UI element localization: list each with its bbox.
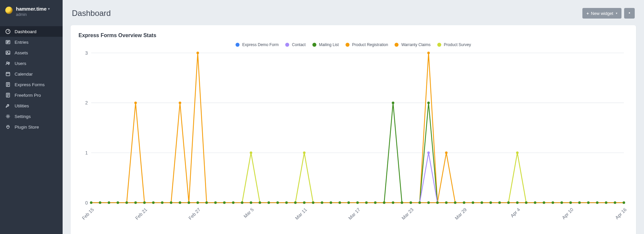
svg-point-17 xyxy=(90,202,92,204)
sidebar-item-entries[interactable]: Entries xyxy=(0,37,63,47)
chevron-down-icon: ▾ xyxy=(616,12,617,15)
svg-point-49 xyxy=(374,202,377,204)
svg-point-60 xyxy=(472,202,474,204)
svg-point-27 xyxy=(179,202,181,204)
svg-text:1: 1 xyxy=(85,150,88,155)
page-title: Dashboard xyxy=(72,9,111,18)
svg-point-69 xyxy=(552,202,554,204)
svg-point-52 xyxy=(401,202,403,204)
svg-point-54 xyxy=(418,202,421,204)
sidebar-item-label: Assets xyxy=(15,50,28,55)
svg-point-44 xyxy=(330,202,332,204)
sidebar-item-users[interactable]: Users xyxy=(0,58,63,69)
svg-point-80 xyxy=(427,101,430,104)
legend-item[interactable]: Mailing List xyxy=(312,42,339,47)
svg-point-18 xyxy=(99,202,101,204)
legend-item[interactable]: Product Registration xyxy=(346,42,388,47)
form-icon xyxy=(5,92,11,98)
svg-point-21 xyxy=(126,202,128,204)
svg-point-77 xyxy=(622,202,625,204)
legend-item[interactable]: Express Demo Form xyxy=(236,42,279,47)
svg-point-79 xyxy=(392,101,395,104)
svg-text:Feb 21: Feb 21 xyxy=(134,207,148,221)
chart-canvas: 0123Feb 15Feb 21Feb 27Mar 5Mar 11Mar 17M… xyxy=(79,50,628,228)
svg-point-65 xyxy=(516,202,519,204)
site-switcher[interactable]: hammer.time ▾ xyxy=(16,6,50,12)
sidebar-item-label: Plugin Store xyxy=(15,125,39,130)
plug-icon xyxy=(5,124,11,130)
svg-point-45 xyxy=(339,202,341,204)
sidebar-item-label: Entries xyxy=(15,40,28,45)
svg-point-64 xyxy=(507,202,510,204)
sidebar-item-label: Dashboard xyxy=(15,29,36,34)
svg-text:Mar 23: Mar 23 xyxy=(401,207,414,221)
svg-point-76 xyxy=(614,202,617,204)
svg-point-68 xyxy=(543,202,545,204)
svg-point-62 xyxy=(489,202,492,204)
svg-point-50 xyxy=(383,202,386,204)
new-widget-button[interactable]: + New widget ▾ xyxy=(582,8,621,19)
gear-icon xyxy=(5,114,11,119)
svg-point-85 xyxy=(445,151,448,154)
svg-point-56 xyxy=(436,202,439,204)
chart: 0123Feb 15Feb 21Feb 27Mar 5Mar 11Mar 17M… xyxy=(79,50,628,228)
calendar-icon xyxy=(5,71,11,77)
new-widget-label: New widget xyxy=(591,11,613,16)
svg-point-23 xyxy=(143,202,146,204)
svg-point-28 xyxy=(188,202,190,204)
wrench-icon xyxy=(5,103,11,108)
sidebar-header[interactable]: hammer.time ▾ admin xyxy=(0,0,63,22)
svg-text:Mar 17: Mar 17 xyxy=(347,207,361,221)
sidebar-item-label: Utilities xyxy=(15,103,29,108)
legend-item[interactable]: Contact xyxy=(285,42,305,47)
svg-point-37 xyxy=(267,202,270,204)
svg-point-19 xyxy=(108,202,110,204)
svg-point-70 xyxy=(561,202,563,204)
chevron-down-icon: ▾ xyxy=(48,7,50,11)
svg-point-22 xyxy=(134,202,137,204)
svg-point-46 xyxy=(348,202,350,204)
sidebar-item-label: Freeform Pro xyxy=(15,93,41,98)
legend-swatch-icon xyxy=(437,43,441,47)
svg-point-40 xyxy=(294,202,297,204)
sidebar-item-freeform-pro[interactable]: Freeform Pro xyxy=(0,90,63,100)
main: Dashboard + New widget ▾ Express Forms O… xyxy=(63,0,644,234)
svg-point-88 xyxy=(516,151,519,154)
legend-item[interactable]: Warranty Claims xyxy=(395,42,430,47)
svg-point-73 xyxy=(587,202,590,204)
legend-item[interactable]: Product Survey xyxy=(437,42,471,47)
svg-point-75 xyxy=(605,202,608,204)
stats-panel: Express Forms Overview Stats Express Dem… xyxy=(71,25,636,234)
sidebar-item-express-forms[interactable]: Express Forms xyxy=(0,79,63,90)
legend-swatch-icon xyxy=(312,43,316,47)
svg-point-61 xyxy=(481,202,483,204)
settings-button[interactable] xyxy=(624,8,635,19)
site-role-label: admin xyxy=(16,12,50,17)
sidebar-nav: DashboardEntriesAssetsUsersCalendarExpre… xyxy=(0,26,63,132)
svg-point-35 xyxy=(250,202,252,204)
chart-legend: Express Demo FormContactMailing ListProd… xyxy=(79,42,628,47)
svg-text:2: 2 xyxy=(85,100,88,105)
svg-point-74 xyxy=(596,202,599,204)
svg-point-43 xyxy=(321,202,323,204)
svg-point-33 xyxy=(232,202,235,204)
sidebar-item-assets[interactable]: Assets xyxy=(0,47,63,58)
svg-point-20 xyxy=(117,202,119,204)
sidebar-item-calendar[interactable]: Calendar xyxy=(0,69,63,79)
svg-point-55 xyxy=(427,202,430,204)
svg-point-83 xyxy=(196,52,199,54)
sidebar-item-label: Users xyxy=(15,61,26,66)
image-icon xyxy=(5,50,11,55)
svg-point-24 xyxy=(152,202,155,204)
svg-text:Mar 11: Mar 11 xyxy=(294,207,308,221)
sidebar-item-label: Settings xyxy=(15,114,31,119)
sidebar-item-utilities[interactable]: Utilities xyxy=(0,100,63,111)
svg-text:Apr 16: Apr 16 xyxy=(614,207,628,220)
svg-point-51 xyxy=(392,202,395,204)
sidebar-item-dashboard[interactable]: Dashboard xyxy=(0,26,63,37)
sidebar-item-settings[interactable]: Settings xyxy=(0,111,63,122)
sidebar-item-plugin-store[interactable]: Plugin Store xyxy=(0,122,63,132)
svg-text:0: 0 xyxy=(85,200,88,205)
legend-swatch-icon xyxy=(236,43,240,47)
gear-icon xyxy=(627,11,632,16)
